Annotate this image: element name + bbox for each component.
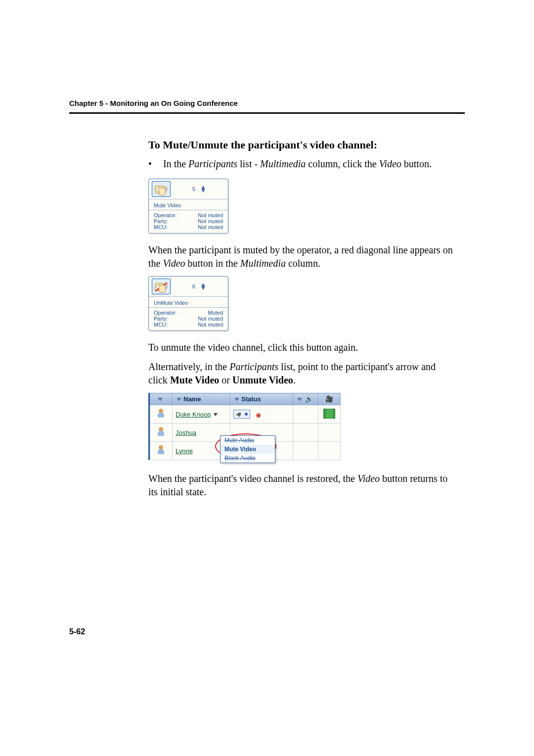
column-header-audio[interactable]: 🔊 <box>293 393 318 405</box>
sort-icon <box>234 398 239 401</box>
context-menu: Mute Audio Mute Video Block Audio <box>220 435 275 463</box>
page-number: 5-62 <box>69 627 465 636</box>
column-header-name[interactable]: Name <box>173 393 230 405</box>
tooltip-row: Operator:Not muted <box>154 212 223 218</box>
menu-item-mute-audio[interactable]: Mute Audio <box>221 436 275 445</box>
tooltip-row: MCU:Not muted <box>154 322 223 328</box>
column-header-video[interactable]: 🎥 <box>318 393 341 405</box>
paragraph: Alternatively, in the Participants list,… <box>148 360 455 387</box>
paragraph: When the participant's video channel is … <box>148 472 455 499</box>
person-icon <box>157 427 166 437</box>
menu-item-mute-video[interactable]: Mute Video <box>221 445 275 454</box>
hand-cursor-icon <box>159 188 166 195</box>
stepper-icon: ▲▼ <box>200 283 206 290</box>
table-row[interactable]: Duke Knoop ◉ <box>150 405 341 424</box>
menu-item-block-audio[interactable]: Block Audio <box>221 454 275 463</box>
camera-icon <box>155 185 168 193</box>
section-title: To Mute/Unmute the participant's video c… <box>148 139 455 151</box>
participant-link[interactable]: Lynne <box>176 447 193 455</box>
tooltip-row: MCU:Not muted <box>154 224 223 230</box>
unmute-video-tooltip-figure: 6 ▲▼ UnMute Video Operator:Muted Party:N… <box>148 276 455 331</box>
tooltip-title: UnMute Video <box>149 297 228 308</box>
paragraph: To unmute the video channel, click this … <box>148 341 455 354</box>
sort-icon <box>297 398 302 401</box>
table-row[interactable]: Joshua Mute Audio Mute Video Block Audio <box>150 424 341 442</box>
bullet-text: In the Participants list - Multimedia co… <box>163 157 432 171</box>
tooltip-row: Operator:Muted <box>154 310 223 316</box>
video-button-muted[interactable] <box>152 279 171 294</box>
paragraph: When the participant is muted by the ope… <box>148 243 455 270</box>
dropdown-icon[interactable] <box>214 413 218 416</box>
tooltip-row: Party:Not muted <box>154 218 223 224</box>
speaker-icon <box>236 411 243 417</box>
tooltip-count: 6 <box>192 284 195 289</box>
sort-icon <box>158 398 163 401</box>
person-icon <box>157 409 166 419</box>
hand-cursor-icon <box>159 285 166 293</box>
bullet-dot: • <box>148 157 163 171</box>
participant-link[interactable]: Joshua <box>176 429 196 436</box>
sort-icon <box>177 398 181 401</box>
mute-video-tooltip-figure: 5 ▲▼ Mute Video Operator:Not muted Party… <box>148 179 455 234</box>
header-divider <box>69 112 465 114</box>
participants-table: Name Status 🔊 🎥 Duke Knoop <box>150 393 341 460</box>
status-connected <box>233 410 250 419</box>
tooltip-title: Mute Video <box>149 199 228 210</box>
participant-link[interactable]: Duke Knoop <box>176 411 211 418</box>
chapter-header: Chapter 5 - Monitoring an On Going Confe… <box>69 99 465 107</box>
participants-table-figure: Name Status 🔊 🎥 Duke Knoop <box>148 393 455 462</box>
person-icon <box>157 445 166 455</box>
camera-muted-icon <box>155 282 168 291</box>
video-button[interactable] <box>152 181 171 197</box>
status-dot-icon: ◉ <box>256 411 261 419</box>
tooltip-count: 5 <box>192 186 195 192</box>
tooltip-row: Party:Not muted <box>154 316 223 322</box>
column-header-status[interactable]: Status <box>230 393 293 405</box>
column-header-icon[interactable] <box>150 393 173 405</box>
film-icon[interactable] <box>323 409 335 419</box>
stepper-icon: ▲▼ <box>200 186 206 192</box>
